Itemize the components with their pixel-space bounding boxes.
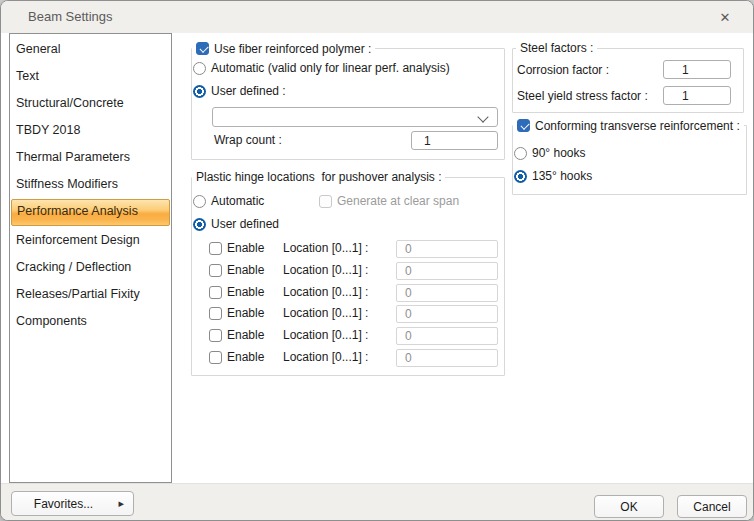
location-label-1: Location [0...1] : [283, 242, 368, 255]
location-input-1[interactable] [396, 240, 498, 258]
location-label-5: Location [0...1] : [283, 329, 368, 342]
sidebar-item-text[interactable]: Text [10, 63, 171, 90]
location-label-3: Location [0...1] : [283, 286, 368, 299]
sidebar-item-stiffness-modifiers[interactable]: Stiffness Modifiers [10, 171, 171, 198]
fiber-user-defined-radio[interactable] [193, 85, 206, 98]
enable-checkbox-1[interactable] [209, 242, 222, 255]
sidebar-item-structural-concrete[interactable]: Structural/Concrete [10, 90, 171, 117]
location-input-2[interactable] [396, 262, 498, 280]
conforming-reinforcement-label: Conforming transverse reinforcement : [535, 119, 740, 133]
corrosion-factor-input[interactable] [663, 60, 731, 79]
enable-checkbox-4[interactable] [209, 307, 222, 320]
sidebar-item-general[interactable]: General [10, 36, 171, 63]
fiber-type-combobox[interactable] [212, 107, 498, 127]
steel-yield-stress-label: Steel yield stress factor : [517, 90, 648, 103]
chevron-down-icon [477, 111, 488, 122]
enable-label-5: Enable [227, 329, 264, 342]
location-input-6[interactable] [396, 349, 498, 367]
use-fiber-polymer-checkbox[interactable] [196, 42, 209, 55]
fiber-user-defined-label: User defined : [211, 85, 286, 98]
hooks-90-radio[interactable] [514, 147, 527, 160]
corrosion-factor-label: Corrosion factor : [517, 64, 609, 77]
hooks-90-label: 90° hooks [532, 147, 586, 160]
close-icon: ✕ [720, 10, 731, 25]
hooks-135-label: 135° hooks [532, 170, 592, 183]
enable-label-1: Enable [227, 242, 264, 255]
favorites-arrow-icon: ▸ [118, 497, 124, 510]
titlebar: Beam Settings ✕ [1, 1, 753, 33]
ok-button[interactable]: OK [594, 495, 664, 518]
sidebar-item-reinforcement-design[interactable]: Reinforcement Design [10, 227, 171, 254]
use-fiber-polymer-label: Use fiber reinforced polymer : [214, 42, 371, 56]
sidebar-item-tbdy-2018[interactable]: TBDY 2018 [10, 117, 171, 144]
plastic-hinge-group-title: Plastic hinge locations for pushover ana… [192, 170, 445, 185]
enable-label-6: Enable [227, 351, 264, 364]
enable-label-3: Enable [227, 286, 264, 299]
conforming-reinforcement-checkbox[interactable] [517, 119, 530, 132]
close-button[interactable]: ✕ [711, 6, 739, 28]
enable-checkbox-3[interactable] [209, 286, 222, 299]
steel-factors-group-title: Steel factors : [516, 41, 597, 56]
beam-settings-dialog: Beam Settings ✕ General Text Structural/… [0, 0, 754, 521]
enable-checkbox-6[interactable] [209, 351, 222, 364]
wrap-count-input[interactable] [411, 131, 498, 150]
generate-clear-span-label: Generate at clear span [337, 195, 459, 208]
hinge-user-defined-label: User defined [211, 218, 279, 231]
sidebar-item-releases-partial-fixity[interactable]: Releases/Partial Fixity [10, 281, 171, 308]
enable-checkbox-2[interactable] [209, 264, 222, 277]
enable-label-4: Enable [227, 307, 264, 320]
enable-checkbox-5[interactable] [209, 329, 222, 342]
wrap-count-label: Wrap count : [214, 134, 282, 147]
sidebar-item-performance-analysis-selected[interactable]: Performance Analysis [11, 199, 170, 226]
location-input-3[interactable] [396, 284, 498, 302]
favorites-button-label: Favorites... [34, 497, 93, 511]
conforming-group-title: Conforming transverse reinforcement : [513, 118, 744, 133]
location-label-4: Location [0...1] : [283, 307, 368, 320]
location-input-4[interactable] [396, 305, 498, 323]
sidebar-item-cracking-deflection[interactable]: Cracking / Deflection [10, 254, 171, 281]
cancel-button[interactable]: Cancel [677, 495, 747, 518]
hinge-automatic-label: Automatic [211, 195, 264, 208]
settings-category-list: General Text Structural/Concrete TBDY 20… [9, 33, 172, 483]
location-label-2: Location [0...1] : [283, 264, 368, 277]
location-input-5[interactable] [396, 327, 498, 345]
ok-button-label: OK [620, 500, 637, 514]
cancel-button-label: Cancel [693, 500, 730, 514]
hinge-automatic-radio[interactable] [193, 195, 206, 208]
location-label-6: Location [0...1] : [283, 351, 368, 364]
screen: Beam Settings ✕ General Text Structural/… [0, 0, 754, 521]
fiber-polymer-group-title: Use fiber reinforced polymer : [192, 41, 375, 56]
generate-clear-span-checkbox [319, 195, 332, 208]
fiber-automatic-radio[interactable] [193, 62, 206, 75]
sidebar-item-components[interactable]: Components [10, 308, 171, 335]
fiber-automatic-label: Automatic (valid only for linear perf. a… [211, 62, 450, 75]
window-title: Beam Settings [28, 1, 113, 33]
hinge-user-defined-radio[interactable] [193, 218, 206, 231]
enable-label-2: Enable [227, 264, 264, 277]
hooks-135-radio[interactable] [514, 170, 527, 183]
sidebar-item-thermal-parameters[interactable]: Thermal Parameters [10, 144, 171, 171]
conforming-reinforcement-group [512, 125, 747, 195]
steel-yield-stress-input[interactable] [663, 86, 731, 105]
favorites-button[interactable]: Favorites... ▸ [11, 491, 134, 516]
